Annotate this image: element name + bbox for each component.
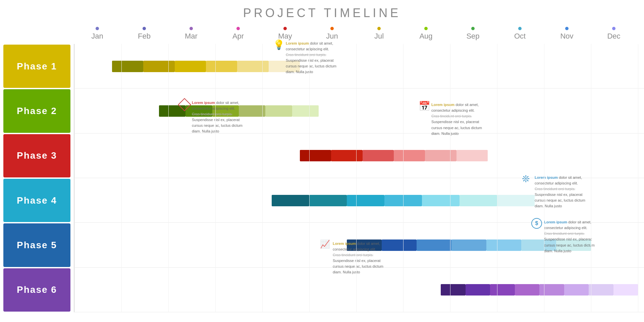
network-icon: ❊ bbox=[522, 173, 530, 184]
month-label-jul: Jul bbox=[374, 32, 384, 41]
grid-line-5 bbox=[309, 44, 310, 312]
grid-line-9 bbox=[497, 44, 497, 312]
grid-line-4 bbox=[262, 44, 263, 312]
bar-phase-3-seg-1 bbox=[331, 150, 362, 161]
month-col-jul: Jul bbox=[356, 27, 402, 41]
month-dot-jul bbox=[377, 27, 381, 30]
phase-label-1: Phase 1 bbox=[3, 45, 70, 88]
bar-phase-4-seg-2 bbox=[347, 195, 384, 206]
bar-phase-5-seg-4 bbox=[486, 239, 521, 251]
month-col-may: May bbox=[262, 27, 309, 41]
phase-label-4: Phase 4 bbox=[3, 179, 70, 222]
calendar-icon: 📅 bbox=[419, 101, 430, 112]
month-label-sep: Sep bbox=[466, 32, 479, 41]
page-container: PROJECT TIMELINE JanFebMarAprMayJunJulAu… bbox=[0, 0, 644, 322]
month-dot-feb bbox=[143, 27, 146, 30]
bar-phase-6-seg-6 bbox=[589, 284, 613, 296]
grid-line-10 bbox=[544, 44, 544, 312]
annotation-box: Lorem ipsum dolor sit amet, consectetur … bbox=[192, 100, 246, 134]
annotation-text-box: Lorem ipsum dolor sit amet, consectetur … bbox=[192, 100, 246, 134]
bar-phase-4-seg-5 bbox=[460, 195, 497, 206]
bar-phase-2-seg-5 bbox=[292, 105, 319, 117]
phases-col: Phase 1Phase 2Phase 3Phase 4Phase 5Phase… bbox=[0, 44, 74, 312]
bar-phase-6-seg-5 bbox=[564, 284, 589, 296]
annotation-text-calendar: Lorem ipsum dolor sit amet, consectetur … bbox=[431, 102, 485, 136]
bar-phase-3-seg-0 bbox=[300, 150, 331, 161]
month-dot-oct bbox=[518, 27, 522, 30]
month-dot-mar bbox=[190, 27, 193, 30]
bar-phase-5-seg-3 bbox=[451, 239, 486, 251]
grid-line-6 bbox=[356, 44, 357, 312]
month-dot-may bbox=[283, 27, 287, 30]
bar-phase-1-seg-0 bbox=[112, 61, 143, 72]
month-col-nov: Nov bbox=[543, 27, 590, 41]
phase-label-6: Phase 6 bbox=[3, 268, 70, 312]
grid-line-7 bbox=[403, 44, 404, 312]
annotation-dollar: $Lorem ipsum dolor sit amet, consectetur… bbox=[544, 219, 598, 254]
bar-phase-6-seg-4 bbox=[539, 284, 564, 296]
month-col-jun: Jun bbox=[309, 27, 356, 41]
month-label-dec: Dec bbox=[607, 32, 620, 41]
bar-phase-3-seg-2 bbox=[363, 150, 394, 161]
month-label-mar: Mar bbox=[185, 32, 198, 41]
bar-phase-5-seg-2 bbox=[417, 239, 451, 251]
month-label-feb: Feb bbox=[138, 32, 151, 41]
annotation-text-chart: Lorem ipsum dolor sit amet, consectetur … bbox=[333, 241, 386, 275]
bar-phase-1-seg-3 bbox=[206, 61, 237, 72]
month-dot-nov bbox=[565, 27, 569, 30]
month-col-sep: Sep bbox=[449, 27, 496, 41]
month-label-jan: Jan bbox=[91, 32, 103, 41]
bar-phase-6-seg-3 bbox=[515, 284, 540, 296]
chart-area: INFOGRAPHIC 💡Lorem ipsum dolor sit amet,… bbox=[74, 44, 644, 312]
bar-phase-1-seg-1 bbox=[143, 61, 174, 72]
phase-label-3: Phase 3 bbox=[3, 134, 70, 177]
bar-phase-4-seg-1 bbox=[309, 195, 347, 206]
grid-line-2 bbox=[168, 44, 169, 312]
month-dot-sep bbox=[471, 27, 475, 30]
bar-phase-3-seg-5 bbox=[457, 150, 488, 161]
bar-phase-3-seg-4 bbox=[425, 150, 456, 161]
month-label-oct: Oct bbox=[514, 32, 526, 41]
phase-label-5: Phase 5 bbox=[3, 223, 70, 267]
month-col-feb: Feb bbox=[121, 27, 168, 41]
annotation-lightbulb: 💡Lorem ipsum dolor sit amet, consectetur… bbox=[286, 41, 339, 75]
month-dot-dec bbox=[612, 27, 615, 30]
bar-phase-1-seg-2 bbox=[175, 61, 206, 72]
month-col-aug: Aug bbox=[402, 27, 449, 41]
grid-line-12 bbox=[638, 44, 638, 312]
grid-line-8 bbox=[450, 44, 450, 312]
annotation-text-lightbulb: Lorem ipsum dolor sit amet, consectetur … bbox=[286, 41, 339, 75]
months-row: JanFebMarAprMayJunJulAugSepOctNovDec bbox=[74, 27, 637, 41]
month-col-apr: Apr bbox=[215, 27, 262, 41]
dollar-circle: $ bbox=[531, 218, 542, 229]
lightbulb-icon: 💡 bbox=[273, 39, 285, 50]
bar-phase-6-seg-2 bbox=[490, 284, 515, 296]
phase-label-2: Phase 2 bbox=[3, 89, 70, 132]
bar-phase-6-seg-1 bbox=[466, 284, 490, 296]
grid-line-0 bbox=[74, 44, 75, 312]
chart-icon: 📈 bbox=[320, 239, 330, 249]
annotation-calendar: 📅Lorem ipsum dolor sit amet, consectetur… bbox=[431, 102, 485, 136]
bar-phase-5-seg-1 bbox=[382, 239, 417, 251]
annotation-network: ❊Lorem ipsum dolor sit amet, consectetur… bbox=[535, 175, 588, 209]
bar-phase-4-seg-4 bbox=[422, 195, 460, 206]
bar-phase-6-seg-7 bbox=[613, 284, 638, 296]
month-dot-jun bbox=[330, 27, 334, 30]
bar-phase-4-seg-6 bbox=[497, 195, 535, 206]
main-area: Phase 1Phase 2Phase 3Phase 4Phase 5Phase… bbox=[0, 44, 644, 312]
month-label-aug: Aug bbox=[419, 32, 432, 41]
month-dot-jan bbox=[96, 27, 99, 30]
month-col-jan: Jan bbox=[74, 27, 121, 41]
month-label-apr: Apr bbox=[232, 32, 244, 41]
annotation-chart: 📈Lorem ipsum dolor sit amet, consectetur… bbox=[333, 241, 386, 275]
grid-line-11 bbox=[591, 44, 591, 312]
bar-phase-4-seg-0 bbox=[272, 195, 309, 206]
grid-line-1 bbox=[121, 44, 122, 312]
annotation-text-network: Lorem ipsum dolor sit amet, consectetur … bbox=[535, 175, 588, 209]
page-title: PROJECT TIMELINE bbox=[0, 0, 644, 20]
bar-phase-2-seg-4 bbox=[265, 105, 292, 117]
bar-phase-3-seg-3 bbox=[394, 150, 425, 161]
grid-line-3 bbox=[215, 44, 216, 312]
bar-phase-6-seg-0 bbox=[441, 284, 466, 296]
month-label-nov: Nov bbox=[560, 32, 573, 41]
